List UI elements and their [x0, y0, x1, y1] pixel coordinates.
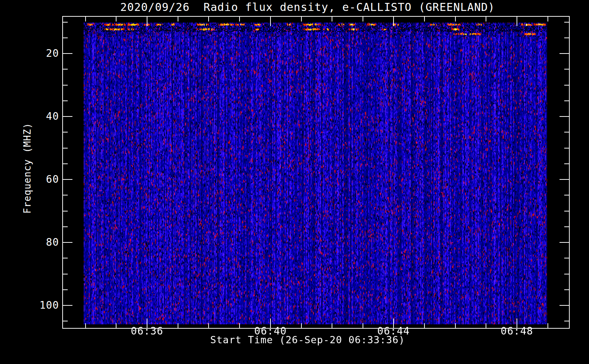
tick-mark [564, 100, 569, 101]
tick-mark [63, 85, 68, 86]
tick-mark [332, 323, 332, 328]
tick-mark [147, 17, 147, 26]
tick-mark [63, 53, 72, 54]
tick-mark [486, 17, 486, 21]
tick-mark [63, 211, 68, 211]
tick-mark [63, 305, 72, 306]
plot-frame [62, 16, 570, 329]
y-tick-label: 20 [22, 48, 59, 59]
spectrogram-figure: 2020/09/26 Radio flux density, e-CALLIST… [0, 0, 589, 364]
tick-mark [116, 323, 116, 328]
tick-mark [63, 116, 72, 117]
tick-mark [548, 17, 548, 21]
tick-mark [239, 323, 240, 328]
tick-mark [564, 163, 569, 164]
tick-mark [564, 195, 569, 195]
tick-mark [424, 323, 425, 328]
tick-mark [564, 274, 569, 274]
tick-mark [63, 37, 68, 38]
tick-mark [63, 258, 68, 258]
tick-mark [85, 17, 86, 21]
tick-mark [564, 37, 569, 38]
y-tick-label: 100 [22, 300, 59, 311]
tick-mark [560, 179, 569, 180]
tick-mark [301, 323, 302, 328]
tick-mark [63, 163, 68, 164]
tick-mark [564, 69, 569, 70]
tick-mark [63, 226, 68, 227]
tick-mark [301, 17, 302, 21]
tick-mark [270, 17, 271, 26]
tick-mark [455, 323, 456, 328]
tick-mark [208, 17, 209, 21]
tick-mark [564, 321, 569, 321]
y-axis-label: Frequency (MHZ) [22, 123, 33, 214]
tick-mark [564, 148, 569, 149]
y-tick-label: 80 [22, 237, 59, 248]
x-axis-label: Start Time (26-Sep-20 06:33:36) [36, 334, 579, 345]
tick-mark [63, 132, 68, 132]
tick-mark [560, 116, 569, 117]
tick-mark [564, 211, 569, 211]
tick-mark [63, 321, 68, 321]
tick-mark [455, 17, 456, 21]
tick-mark [116, 17, 116, 21]
tick-mark [564, 132, 569, 132]
tick-mark [564, 22, 569, 23]
tick-mark [63, 242, 72, 243]
tick-mark [564, 258, 569, 258]
tick-mark [560, 53, 569, 54]
tick-mark [560, 305, 569, 306]
tick-mark [63, 148, 68, 149]
tick-mark [63, 195, 68, 195]
tick-mark [332, 17, 332, 21]
tick-mark [363, 17, 363, 21]
tick-mark [63, 289, 68, 290]
tick-mark [486, 323, 486, 328]
tick-mark [63, 274, 68, 274]
tick-mark [178, 17, 178, 21]
tick-mark [178, 323, 178, 328]
tick-mark [564, 85, 569, 86]
tick-mark [63, 179, 72, 180]
tick-mark [239, 17, 240, 21]
tick-mark [85, 323, 86, 328]
tick-mark [63, 22, 68, 23]
tick-mark [363, 323, 363, 328]
tick-mark [517, 17, 517, 26]
tick-mark [564, 226, 569, 227]
tick-mark [560, 242, 569, 243]
tick-mark [393, 17, 394, 26]
tick-mark [63, 100, 68, 101]
tick-mark [548, 323, 548, 328]
chart-title: 2020/09/26 Radio flux density, e-CALLIST… [36, 1, 579, 13]
tick-mark [63, 69, 68, 70]
tick-mark [208, 323, 209, 328]
y-tick-label: 40 [22, 111, 59, 122]
tick-mark [564, 289, 569, 290]
tick-mark [424, 17, 425, 21]
